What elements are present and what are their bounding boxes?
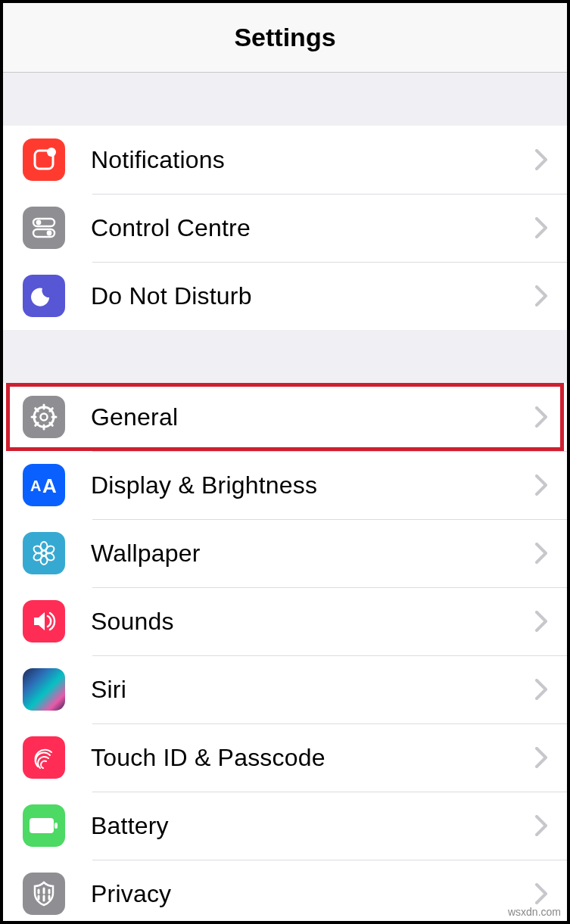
- chevron-right-icon: [534, 677, 549, 702]
- svg-point-5: [47, 231, 52, 236]
- row-label: Touch ID & Passcode: [91, 744, 534, 772]
- do-not-disturb-icon: [23, 275, 65, 317]
- privacy-icon: [23, 873, 65, 915]
- chevron-right-icon: [534, 881, 549, 907]
- svg-point-1: [47, 148, 56, 157]
- chevron-right-icon: [534, 283, 549, 309]
- row-siri[interactable]: Siri: [3, 655, 567, 723]
- chevron-right-icon: [534, 745, 549, 770]
- display-brightness-icon: AA: [23, 464, 65, 506]
- settings-screen: Settings Notifications Control Centre: [0, 0, 570, 924]
- row-general[interactable]: General: [3, 383, 567, 451]
- row-label: General: [91, 403, 534, 431]
- row-label: Control Centre: [91, 214, 534, 242]
- chevron-right-icon: [534, 215, 549, 241]
- svg-rect-20: [30, 818, 54, 833]
- svg-point-7: [41, 414, 48, 421]
- row-privacy[interactable]: Privacy: [3, 860, 567, 924]
- chevron-right-icon: [534, 147, 549, 173]
- svg-point-3: [36, 220, 42, 226]
- row-label: Siri: [91, 676, 534, 704]
- siri-icon: [23, 668, 65, 711]
- row-label: Privacy: [91, 880, 534, 908]
- section-spacer: [3, 330, 567, 383]
- section-spacer: [3, 73, 567, 126]
- row-control-centre[interactable]: Control Centre: [3, 194, 567, 262]
- chevron-right-icon: [534, 813, 549, 838]
- chevron-right-icon: [534, 472, 549, 498]
- row-label: Wallpaper: [91, 540, 534, 568]
- battery-icon: [23, 804, 65, 847]
- row-display-brightness[interactable]: AA Display & Brightness: [3, 451, 567, 519]
- row-label: Sounds: [91, 608, 534, 636]
- settings-group-1: Notifications Control Centre Do Not Dist…: [3, 126, 567, 330]
- row-notifications[interactable]: Notifications: [3, 126, 567, 194]
- svg-text:A: A: [30, 478, 41, 494]
- row-sounds[interactable]: Sounds: [3, 587, 567, 655]
- svg-text:A: A: [42, 474, 57, 496]
- wallpaper-icon: [23, 532, 65, 574]
- notifications-icon: [23, 138, 65, 181]
- row-label: Notifications: [91, 146, 534, 174]
- chevron-right-icon: [534, 608, 549, 634]
- row-label: Do Not Disturb: [91, 282, 534, 310]
- header: Settings: [3, 3, 567, 73]
- touch-id-icon: [23, 736, 65, 779]
- row-wallpaper[interactable]: Wallpaper: [3, 519, 567, 587]
- row-touch-id-passcode[interactable]: Touch ID & Passcode: [3, 723, 567, 792]
- watermark: wsxdn.com: [508, 906, 561, 918]
- sounds-icon: [23, 600, 65, 642]
- page-title: Settings: [234, 23, 335, 52]
- general-icon: [23, 396, 65, 438]
- settings-group-2: General AA Display & Brightness Wallp: [3, 383, 567, 924]
- svg-rect-21: [55, 823, 58, 829]
- control-centre-icon: [23, 207, 65, 249]
- chevron-right-icon: [534, 540, 549, 566]
- row-battery[interactable]: Battery: [3, 792, 567, 860]
- row-do-not-disturb[interactable]: Do Not Disturb: [3, 262, 567, 330]
- chevron-right-icon: [534, 404, 549, 430]
- row-label: Battery: [91, 812, 534, 840]
- row-label: Display & Brightness: [91, 471, 534, 499]
